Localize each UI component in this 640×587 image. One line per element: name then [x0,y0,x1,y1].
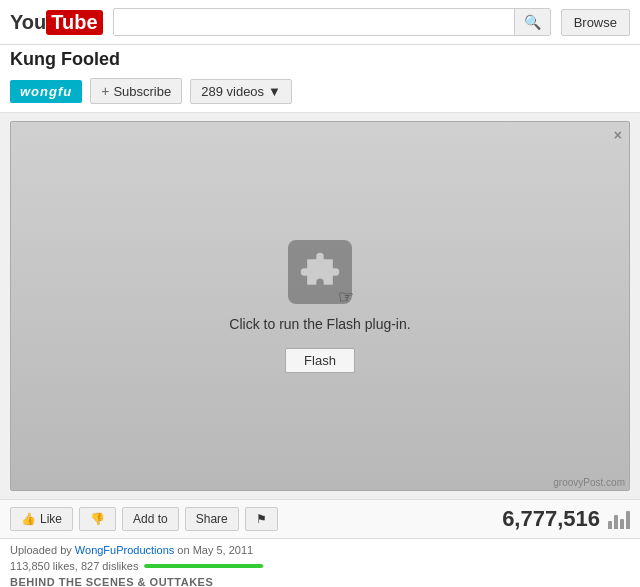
cursor-icon: ☞ [338,286,354,308]
search-input[interactable] [114,10,514,35]
watermark: groovyPost.com [553,477,625,488]
uploader-link[interactable]: WongFuProductions [75,544,174,556]
likes-bar [144,564,264,568]
channel-logo[interactable]: wongfu [10,80,82,103]
add-to-button[interactable]: Add to [122,507,179,531]
action-bar: 👍 Like 👎 Add to Share ⚑ 6,777,516 [0,499,640,539]
logo-you: You [10,11,46,34]
subscribe-button[interactable]: + Subscribe [90,78,182,104]
dislike-button[interactable]: 👎 [79,507,116,531]
likes-text: 113,850 likes, 827 dislikes [10,560,138,572]
thumbs-up-icon: 👍 [21,512,36,526]
share-label: Share [196,512,228,526]
view-count-area: 6,777,516 [502,506,630,532]
header: YouTube 🔍 Browse [0,0,640,45]
close-icon[interactable]: × [614,127,622,143]
thumbs-down-icon: 👎 [90,512,105,526]
flag-button[interactable]: ⚑ [245,507,278,531]
share-button[interactable]: Share [185,507,239,531]
like-button[interactable]: 👍 Like [10,507,73,531]
subscribe-label: Subscribe [113,84,171,99]
video-player[interactable]: × ☞ Click to run the Flash plug-in. Flas… [10,121,630,491]
subscribe-plus-icon: + [101,83,109,99]
search-bar: 🔍 [113,8,551,36]
browse-button[interactable]: Browse [561,9,630,36]
channel-row: wongfu + Subscribe 289 videos ▼ [0,72,640,113]
videos-count-button[interactable]: 289 videos ▼ [190,79,292,104]
youtube-logo: YouTube [10,10,103,35]
info-bar: Uploaded by WongFuProductions on May 5, … [0,539,640,587]
likes-area: 113,850 likes, 827 dislikes [10,560,630,572]
view-count: 6,777,516 [502,506,600,532]
upload-prefix: Uploaded by [10,544,75,556]
add-to-label: Add to [133,512,168,526]
page-title: Kung Fooled [0,45,640,72]
flash-plugin-icon[interactable]: ☞ [288,240,352,304]
videos-count-label: 289 videos [201,84,264,99]
like-label: Like [40,512,62,526]
stats-chart-icon[interactable] [608,509,630,529]
flash-button[interactable]: Flash [285,348,355,373]
flash-plugin-text: Click to run the Flash plug-in. [229,316,410,332]
flag-icon: ⚑ [256,512,267,526]
behind-scenes-text: BEHIND THE SCENES & OUTTAKES [10,576,630,587]
likes-fill [144,564,263,568]
puzzle-icon [298,250,342,294]
videos-dropdown-icon: ▼ [268,84,281,99]
search-button[interactable]: 🔍 [514,9,550,35]
logo-tube: Tube [46,10,102,35]
upload-date-text: on May 5, 2011 [177,544,253,556]
upload-info: Uploaded by WongFuProductions on May 5, … [10,544,630,556]
